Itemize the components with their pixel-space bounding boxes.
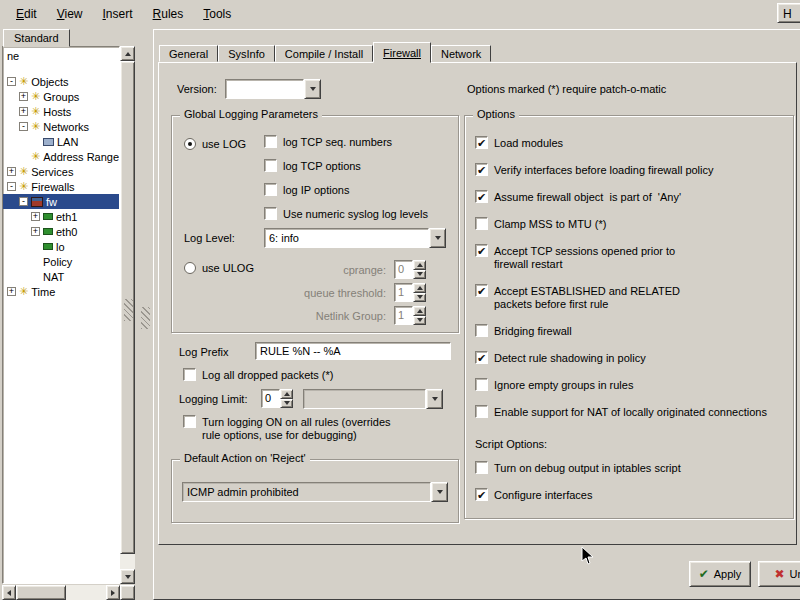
spin-down-icon[interactable] — [280, 399, 293, 409]
tree-item-lo[interactable]: lo — [3, 239, 119, 254]
log-prefix-input[interactable] — [255, 342, 451, 360]
checkbox-log-all-dropped-packets[interactable]: Log all dropped packets (*) — [183, 368, 333, 382]
spinner[interactable]: 1 — [394, 306, 426, 325]
menu-insert[interactable]: Insert — [93, 3, 143, 25]
scroll-up-icon[interactable] — [120, 46, 135, 61]
checkbox-box[interactable] — [475, 324, 488, 337]
apply-button[interactable]: ✔ Apply — [689, 561, 751, 587]
radio-icon[interactable] — [184, 262, 196, 274]
tab-firewall[interactable]: Firewall — [373, 42, 431, 63]
checkbox-accept-tcp-sessions-opened-p[interactable]: ✔Accept TCP sessions opened prior to fir… — [475, 244, 787, 271]
tab-general[interactable]: General — [159, 45, 218, 62]
checkbox-assume-firewall-object-is-pa[interactable]: ✔Assume firewall object is part of 'Any' — [475, 190, 787, 204]
tab-network[interactable]: Network — [431, 45, 491, 62]
checkbox-box[interactable] — [475, 405, 488, 418]
collapse-icon[interactable]: - — [19, 122, 28, 131]
menu-tools[interactable]: Tools — [193, 3, 241, 25]
expand-icon[interactable]: + — [7, 167, 16, 176]
chevron-down-icon[interactable] — [431, 482, 448, 502]
version-combobox[interactable] — [225, 79, 321, 99]
checkbox-turn-logging-on-on-all-rules[interactable]: Turn logging ON on all rules (overrides … — [183, 415, 391, 442]
scrollbar-thumb[interactable] — [16, 585, 66, 600]
radio-icon[interactable] — [184, 138, 196, 150]
checkbox-detect-rule-shadowing-in-pol[interactable]: ✔Detect rule shadowing in policy — [475, 351, 787, 365]
menu-help[interactable]: H — [777, 3, 800, 23]
checkbox-configure-interfaces[interactable]: ✔Configure interfaces — [475, 488, 787, 502]
undo-button[interactable]: ✖ Un — [758, 561, 800, 587]
collapse-icon[interactable]: - — [7, 77, 16, 86]
expand-icon[interactable]: + — [31, 212, 40, 221]
checkbox-load-modules[interactable]: ✔Load modules — [475, 136, 787, 150]
spin-up-icon[interactable] — [280, 389, 293, 399]
spin-up-icon[interactable] — [413, 283, 426, 293]
checkbox-box[interactable] — [183, 415, 196, 428]
spinner-arrows[interactable] — [413, 306, 426, 325]
checkbox-bridging-firewall[interactable]: Bridging firewall — [475, 324, 787, 338]
checkbox-log-tcp-options[interactable]: log TCP options — [264, 159, 428, 173]
expand-icon[interactable]: + — [31, 227, 40, 236]
checkbox-box[interactable]: ✔ — [475, 136, 488, 149]
checkbox-accept-established-and-relat[interactable]: ✔Accept ESTABLISHED and RELATED packets … — [475, 284, 787, 311]
checkbox-enable-support-for-nat-of-lo[interactable]: Enable support for NAT of locally origin… — [475, 405, 787, 419]
tab-standard-library[interactable]: Standard — [3, 29, 70, 47]
splitter-handle[interactable] — [124, 299, 133, 321]
checkbox-box[interactable]: ✔ — [475, 163, 488, 176]
checkbox-clamp-mss-to-mtu[interactable]: Clamp MSS to MTU (*) — [475, 217, 787, 231]
tree-item-lan[interactable]: LAN — [3, 134, 119, 149]
tree-item-objects[interactable]: -✳Objects — [3, 74, 119, 89]
checkbox-log-tcp-seq-numbers[interactable]: log TCP seq. numbers — [264, 135, 428, 149]
tab-compile-install[interactable]: Compile / Install — [275, 45, 373, 62]
checkbox-box[interactable] — [264, 159, 277, 172]
object-tree[interactable]: ne -✳Objects+✳Groups+✳Hosts-✳NetworksLAN… — [2, 46, 120, 584]
checkbox-box[interactable]: ✔ — [475, 284, 488, 297]
scroll-down-icon[interactable] — [120, 569, 135, 584]
tab-sysinfo[interactable]: SysInfo — [218, 45, 275, 62]
logging-limit-spinner[interactable]: 0 — [261, 389, 293, 408]
tree-item-services[interactable]: +✳Services — [3, 164, 119, 179]
checkbox-box[interactable]: ✔ — [475, 488, 488, 501]
splitter-handle[interactable] — [141, 307, 150, 329]
spinner-arrows[interactable] — [413, 283, 426, 302]
checkbox-ignore-empty-groups-in-rules[interactable]: Ignore empty groups in rules — [475, 378, 787, 392]
chevron-down-icon[interactable] — [304, 79, 321, 99]
scroll-left-icon[interactable] — [2, 585, 16, 600]
checkbox-box[interactable] — [475, 217, 488, 230]
spinner-arrows[interactable] — [280, 389, 293, 408]
use-log-radio[interactable]: use LOG — [184, 138, 246, 150]
spin-down-icon[interactable] — [413, 293, 426, 303]
spinner-arrows[interactable] — [413, 260, 426, 279]
logging-limit-combobox[interactable] — [303, 389, 443, 409]
expand-icon[interactable]: + — [19, 92, 28, 101]
tree-item-firewalls[interactable]: -✳Firewalls — [3, 179, 119, 194]
spin-up-icon[interactable] — [413, 306, 426, 316]
chevron-down-icon[interactable] — [426, 389, 443, 409]
spinner[interactable]: 0 — [261, 389, 293, 408]
tree-item-time[interactable]: +✳Time — [3, 284, 119, 299]
tree-item-networks[interactable]: -✳Networks — [3, 119, 119, 134]
checkbox-box[interactable] — [183, 368, 196, 381]
tree-item-address-range[interactable]: ✳Address Range — [3, 149, 119, 164]
collapse-icon[interactable]: - — [19, 197, 28, 206]
collapse-icon[interactable]: - — [7, 182, 16, 191]
expand-icon[interactable]: + — [19, 107, 28, 116]
checkbox-use-numeric-syslog-log-level[interactable]: Use numeric syslog log levels — [264, 207, 428, 221]
tree-item-policy[interactable]: Policy — [3, 254, 119, 269]
menu-rules[interactable]: Rules — [143, 3, 194, 25]
log-level-combobox[interactable]: 6: info — [264, 228, 446, 248]
spinner[interactable]: 1 — [394, 283, 426, 302]
tree-item-nat[interactable]: NAT — [3, 269, 119, 284]
expand-icon[interactable]: + — [7, 287, 16, 296]
menu-edit[interactable]: Edit — [6, 3, 47, 25]
spin-up-icon[interactable] — [413, 260, 426, 270]
spin-down-icon[interactable] — [413, 316, 426, 326]
default-action-combobox[interactable]: ICMP admin prohibited — [182, 482, 448, 502]
spinner[interactable]: 0 — [394, 260, 426, 279]
tree-horizontal-scrollbar[interactable] — [2, 585, 120, 600]
checkbox-box[interactable] — [264, 183, 277, 196]
tree-item-eth1[interactable]: +eth1 — [3, 209, 119, 224]
chevron-down-icon[interactable] — [429, 228, 446, 248]
checkbox-box[interactable] — [475, 378, 488, 391]
checkbox-box[interactable] — [264, 135, 277, 148]
checkbox-box[interactable] — [475, 461, 488, 474]
checkbox-box[interactable]: ✔ — [475, 190, 488, 203]
